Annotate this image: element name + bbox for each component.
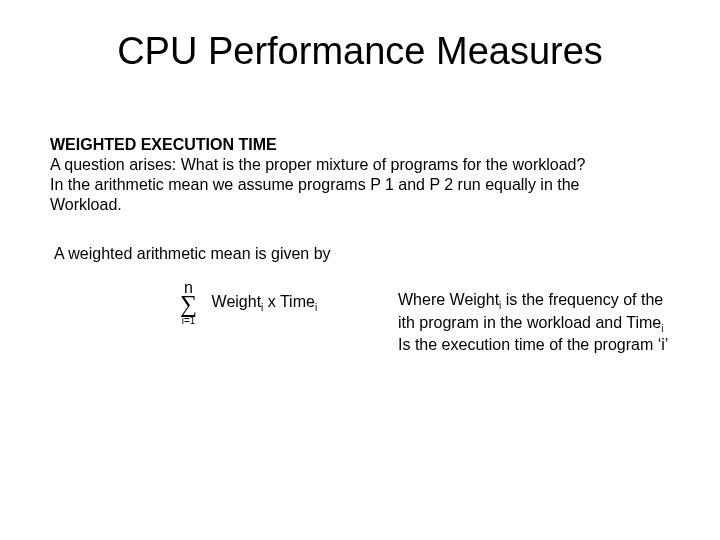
explain-line2a: ith program in the workload and Time — [398, 314, 661, 331]
sigma-lower-bound: i=1 — [180, 316, 197, 326]
slide: CPU Performance Measures WEIGHTED EXECUT… — [0, 0, 720, 540]
weight-term: Weight — [212, 293, 262, 310]
lead-sentence: A weighted arithmetic mean is given by — [54, 245, 331, 263]
body-line-3: Workload. — [50, 196, 122, 213]
body-text: WEIGHTED EXECUTION TIME A question arise… — [50, 135, 670, 215]
explain-time-sub: i — [661, 323, 663, 334]
explain-line3: Is the execution time of the program ‘i’ — [398, 336, 668, 353]
explanation-text: Where Weighti is the frequency of the it… — [398, 290, 708, 355]
formula-expression: Weighti x Timei — [212, 293, 318, 313]
body-line-2: In the arithmetic mean we assume program… — [50, 176, 579, 193]
multiply-text: x — [263, 293, 280, 310]
section-heading: WEIGHTED EXECUTION TIME — [50, 136, 277, 153]
explain-line1b: is the frequency of the — [501, 291, 663, 308]
body-line-1: A question arises: What is the proper mi… — [50, 156, 585, 173]
sigma-symbol: ∑ — [180, 294, 197, 316]
time-subscript: i — [315, 302, 317, 313]
explain-line1a: Where Weight — [398, 291, 499, 308]
slide-title: CPU Performance Measures — [0, 30, 720, 73]
time-term: Time — [280, 293, 315, 310]
sigma-icon: n ∑ i=1 — [180, 280, 197, 326]
formula: n ∑ i=1 Weighti x Timei — [180, 280, 317, 326]
